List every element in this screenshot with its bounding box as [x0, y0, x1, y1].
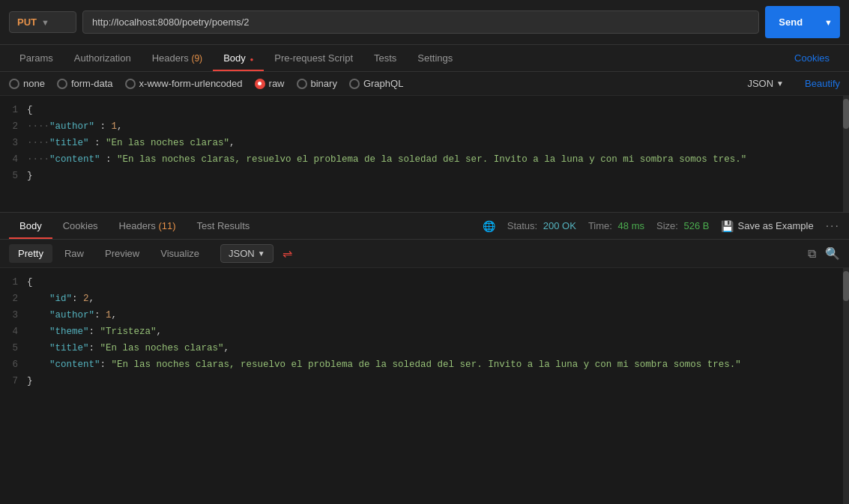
radio-graphql — [349, 79, 360, 89]
request-scrollbar-thumb — [843, 99, 849, 129]
view-visualize[interactable]: Visualize — [151, 244, 208, 263]
globe-icon: 🌐 — [483, 220, 495, 232]
body-options: none form-data x-www-form-urlencoded raw… — [0, 72, 849, 96]
request-tabs: Params Authorization Headers (9) Body ● … — [0, 45, 849, 72]
send-label: Send — [765, 11, 816, 33]
more-options-button[interactable]: ··· — [826, 219, 840, 233]
top-bar: PUT ▼ Send ▼ — [0, 0, 849, 45]
req-line-1: 1 { — [0, 102, 849, 118]
json-chevron-icon: ▼ — [776, 79, 784, 88]
option-binary[interactable]: binary — [297, 78, 337, 89]
radio-urlencoded — [125, 79, 136, 89]
view-pretty[interactable]: Pretty — [9, 244, 52, 263]
resp-line-1: 1 { — [0, 274, 849, 291]
response-scrollbar[interactable] — [843, 268, 849, 504]
response-body-editor: 1 { 2 "id": 2, 3 "author": 1, 4 "theme":… — [0, 268, 849, 504]
time-value: 48 ms — [618, 220, 644, 231]
resp-line-2: 2 "id": 2, — [0, 291, 849, 307]
copy-button[interactable]: ⧉ — [808, 247, 816, 261]
response-status-bar: 🌐 Status: 200 OK Time: 48 ms Size: 526 B… — [483, 219, 840, 233]
app-container: PUT ▼ Send ▼ Params Authorization Header… — [0, 0, 849, 504]
tab-authorization[interactable]: Authorization — [64, 45, 142, 71]
search-button[interactable]: 🔍 — [825, 246, 840, 261]
response-scrollbar-thumb — [843, 271, 849, 301]
resp-tab-test-results[interactable]: Test Results — [187, 213, 261, 239]
status-label: Status: 200 OK — [507, 220, 576, 231]
tab-settings[interactable]: Settings — [407, 45, 463, 71]
resp-line-3: 3 "author": 1, — [0, 307, 849, 324]
req-line-4: 4 ····"content" : "En las noches claras,… — [0, 151, 849, 168]
option-graphql[interactable]: GraphQL — [349, 78, 403, 89]
json-format-dropdown[interactable]: JSON ▼ — [747, 78, 784, 89]
url-input[interactable] — [82, 10, 759, 34]
option-raw[interactable]: raw — [255, 78, 285, 89]
beautify-button[interactable]: Beautify — [805, 78, 840, 89]
req-line-3: 3 ····"title" : "En las noches claras", — [0, 135, 849, 151]
radio-raw — [255, 79, 265, 89]
resp-line-4: 4 "theme": "Tristeza", — [0, 324, 849, 340]
response-actions: ⧉ 🔍 — [808, 246, 840, 261]
method-chevron-icon: ▼ — [41, 18, 49, 27]
radio-form-data — [57, 79, 67, 89]
option-urlencoded[interactable]: x-www-form-urlencoded — [125, 78, 243, 89]
send-arrow-icon: ▼ — [817, 13, 840, 32]
tab-prerequest[interactable]: Pre-request Script — [264, 45, 363, 71]
resp-line-6: 6 "content": "En las noches claras, resu… — [0, 356, 849, 373]
tab-headers[interactable]: Headers (9) — [142, 45, 213, 71]
resp-tab-body[interactable]: Body — [9, 213, 52, 239]
view-preview[interactable]: Preview — [96, 244, 148, 263]
size-label: Size: 526 B — [656, 220, 710, 231]
req-line-5: 5 } — [0, 168, 849, 184]
tab-body[interactable]: Body ● — [213, 45, 264, 71]
request-scrollbar[interactable] — [843, 96, 849, 212]
method-dropdown[interactable]: PUT ▼ — [9, 11, 76, 33]
cookies-link[interactable]: Cookies — [784, 45, 840, 71]
option-form-data[interactable]: form-data — [57, 78, 113, 89]
status-code: 200 OK — [543, 220, 576, 231]
size-value: 526 B — [684, 220, 710, 231]
radio-none — [9, 79, 19, 89]
view-raw[interactable]: Raw — [55, 244, 93, 263]
option-none[interactable]: none — [9, 78, 45, 89]
tab-tests[interactable]: Tests — [363, 45, 407, 71]
req-line-2: 2 ····"author" : 1, — [0, 118, 849, 135]
tab-params[interactable]: Params — [9, 45, 64, 71]
request-code-area: 1 { 2 ····"author" : 1, 3 ····"title" : … — [0, 96, 849, 212]
response-json-dropdown[interactable]: JSON ▼ — [220, 244, 274, 263]
resp-line-7: 7 } — [0, 373, 849, 389]
resp-line-5: 5 "title": "En las noches claras", — [0, 340, 849, 356]
response-tabs: Body Cookies Headers (11) Test Results 🌐… — [0, 212, 849, 240]
method-label: PUT — [17, 16, 37, 28]
save-icon: 💾 — [721, 220, 734, 232]
radio-binary — [297, 79, 307, 89]
save-example-button[interactable]: 💾 Save as Example — [721, 220, 813, 232]
send-button[interactable]: Send ▼ — [765, 6, 840, 38]
wrap-lines-icon[interactable]: ⇌ — [283, 246, 292, 261]
request-body-editor[interactable]: 1 { 2 ····"author" : 1, 3 ····"title" : … — [0, 96, 849, 212]
resp-tab-headers[interactable]: Headers (11) — [109, 213, 187, 239]
resp-tab-cookies[interactable]: Cookies — [52, 213, 109, 239]
resp-json-chevron-icon: ▼ — [258, 249, 265, 258]
time-label: Time: 48 ms — [588, 220, 644, 231]
response-section: Body Cookies Headers (11) Test Results 🌐… — [0, 212, 849, 504]
response-view-options: Pretty Raw Preview Visualize JSON ▼ ⇌ ⧉ … — [0, 240, 849, 268]
